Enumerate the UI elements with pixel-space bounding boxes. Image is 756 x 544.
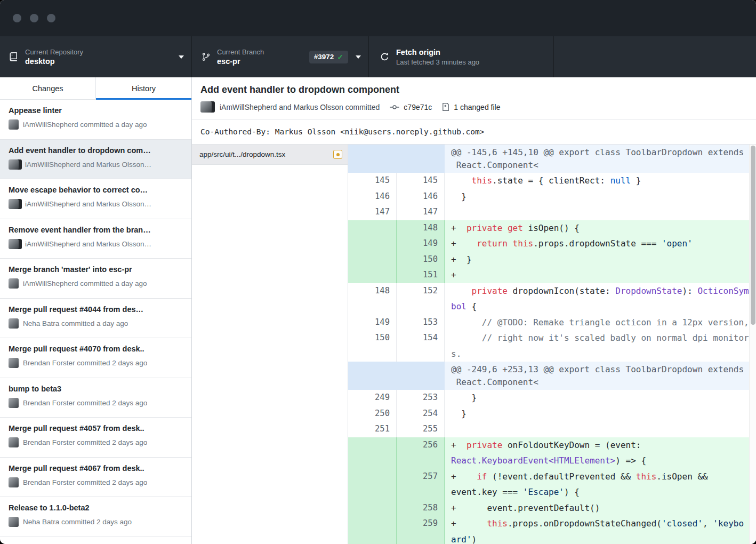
- diff-code: + private onFoldoutKeyDown = (event: Rea…: [444, 437, 756, 469]
- new-line-number: 146: [396, 189, 444, 205]
- new-line-number: 148: [396, 220, 444, 236]
- commit-item-meta: Neha Batra committed 2 days ago: [23, 518, 132, 526]
- current-branch-button[interactable]: Current Branch esc-pr #3972 ✓: [192, 36, 369, 77]
- new-line-number: 256: [396, 437, 444, 469]
- new-line-number: 153: [396, 315, 444, 331]
- old-line-number: 250: [348, 406, 396, 422]
- diff-line-row: 149+ return this.props.dropdownState ===…: [348, 236, 756, 252]
- commit-item-meta-row: Neha Batra committed a day ago: [9, 318, 184, 329]
- commit-title-heading: Add event handler to dropdown component: [200, 84, 747, 95]
- diff-line-row: 250254 }: [348, 406, 756, 422]
- old-line-number: [348, 500, 396, 516]
- new-line-number: 255: [396, 421, 444, 437]
- commit-item-title: Release to 1.1.0-beta2: [9, 502, 184, 513]
- avatar: [9, 398, 19, 408]
- commit-item-meta: Brendan Forster committed 2 days ago: [23, 359, 147, 367]
- commit-list-item[interactable]: bump to beta3Brendan Forster committed 2…: [0, 378, 191, 418]
- commit-list-item[interactable]: Release to 1.1.0-beta2Neha Batra committ…: [0, 497, 191, 537]
- close-window-button[interactable]: [13, 14, 21, 22]
- pr-number: #3972: [314, 53, 334, 61]
- commit-item-meta-row: Brendan Forster committed 2 days ago: [9, 398, 184, 408]
- main-area: Changes History Appease linteriAmWillShe…: [0, 77, 756, 544]
- avatar: [200, 101, 215, 113]
- old-line-number: 149: [348, 315, 396, 331]
- new-line-number: 152: [396, 283, 444, 315]
- avatar: [9, 239, 21, 249]
- diff-area: app/src/ui/t.../dropdown.tsx @@ -145,6 +…: [192, 145, 756, 544]
- diff-line-row: 151+: [348, 267, 756, 283]
- commit-item-meta-row: iAmWillShepherd committed a day ago: [9, 278, 184, 289]
- fetch-sublabel: Last fetched 3 minutes ago: [396, 58, 546, 67]
- diff-code: }: [444, 189, 756, 205]
- commit-description: Co-Authored-By: Markus Olsson <niik@user…: [192, 119, 756, 145]
- diff-code: }: [444, 406, 756, 422]
- scrollbar-thumb[interactable]: [751, 146, 755, 325]
- avatar: [9, 278, 19, 289]
- diff-line-row: 257+ if (!event.defaultPrevented && this…: [348, 469, 756, 500]
- old-line-number: 249: [348, 390, 396, 406]
- diff-code: this.state = { clientRect: null }: [444, 173, 756, 189]
- avatar: [9, 358, 19, 368]
- fetch-origin-button[interactable]: Fetch origin Last fetched 3 minutes ago: [369, 36, 554, 77]
- new-line-number: 147: [396, 204, 444, 220]
- commit-item-meta-row: iAmWillShepherd and Markus Olsson…: [9, 159, 184, 170]
- commit-item-meta: iAmWillShepherd and Markus Olsson…: [25, 161, 151, 169]
- maximize-window-button[interactable]: [47, 14, 55, 22]
- new-line-number: 145: [396, 173, 444, 189]
- new-line-number: [396, 145, 444, 173]
- commit-list-item[interactable]: Move escape behavior to correct co…iAmWi…: [0, 179, 191, 219]
- toolbar-spacer: [554, 36, 756, 77]
- sync-icon: [380, 52, 390, 62]
- commit-item-meta: Brendan Forster committed 2 days ago: [23, 399, 147, 407]
- avatar: [9, 477, 19, 487]
- commit-item-title: Merge pull request #4070 from desk..: [9, 343, 184, 354]
- new-line-number: 258: [396, 500, 444, 516]
- app-window: Current Repository desktop Current Branc…: [0, 0, 756, 544]
- new-line-number: [396, 362, 444, 390]
- commit-item-meta: iAmWillShepherd and Markus Olsson…: [25, 200, 151, 208]
- current-repository-button[interactable]: Current Repository desktop: [0, 36, 192, 77]
- chevron-down-icon: [179, 55, 184, 59]
- commit-item-title: Appease linter: [9, 105, 184, 116]
- commit-item-title: Merge branch 'master' into esc-pr: [9, 264, 184, 275]
- commit-item-meta-row: Brendan Forster committed 2 days ago: [9, 477, 184, 487]
- chevron-down-icon: [356, 55, 361, 59]
- commit-list-item[interactable]: Add event handler to dropdown com…iAmWil…: [0, 140, 191, 180]
- minimize-window-button[interactable]: [30, 14, 38, 22]
- titlebar: [0, 0, 756, 36]
- commit-item-meta-row: Brendan Forster committed 2 days ago: [9, 358, 184, 368]
- commit-detail-pane: Add event handler to dropdown component …: [192, 77, 756, 544]
- commit-list-item[interactable]: Merge branch 'master' into esc-priAmWill…: [0, 259, 191, 299]
- diff-code: @@ -249,6 +253,13 @@ export class Toolba…: [444, 362, 756, 390]
- commit-list-item[interactable]: Merge pull request #4067 from desk..Bren…: [0, 458, 191, 498]
- modified-status-icon: [333, 150, 342, 159]
- commit-list-item[interactable]: Merge pull request #4070 from desk..Bren…: [0, 338, 191, 378]
- file-path: app/src/ui/t.../dropdown.tsx: [199, 150, 333, 158]
- old-line-number: 146: [348, 189, 396, 205]
- diff-line-row: 251255: [348, 421, 756, 437]
- commit-list-item[interactable]: Appease linteriAmWillShepherd committed …: [0, 100, 191, 140]
- commit-item-title: Remove event handler from the bran…: [9, 225, 184, 235]
- diff-line-row: 145145 this.state = { clientRect: null }: [348, 173, 756, 189]
- tab-history[interactable]: History: [95, 77, 191, 99]
- commit-list-item[interactable]: Remove event handler from the bran…iAmWi…: [0, 219, 191, 259]
- commit-list-item[interactable]: Merge pull request #4057 from desk..Bren…: [0, 418, 191, 458]
- commit-sha: c79e71c: [404, 103, 432, 111]
- diff-code: + event.preventDefault(): [444, 500, 756, 516]
- fetch-text: Fetch origin Last fetched 3 minutes ago: [396, 47, 546, 67]
- avatar: [9, 318, 19, 329]
- old-line-number: [348, 437, 396, 469]
- tab-changes[interactable]: Changes: [0, 77, 95, 99]
- old-line-number: [348, 252, 396, 268]
- history-sidebar: Changes History Appease linteriAmWillShe…: [0, 77, 192, 544]
- old-line-number: 148: [348, 283, 396, 315]
- commit-list-item[interactable]: Merge pull request #4044 from des…Neha B…: [0, 299, 191, 339]
- new-line-number: 154: [396, 330, 444, 362]
- file-list-item[interactable]: app/src/ui/t.../dropdown.tsx: [192, 145, 348, 165]
- old-line-number: 147: [348, 204, 396, 220]
- commit-item-meta-row: Brendan Forster committed 2 days ago: [9, 437, 184, 447]
- commit-item-meta: Brendan Forster committed 2 days ago: [23, 438, 147, 446]
- diff-line-row: 146146 }: [348, 189, 756, 205]
- commit-list-item[interactable]: Merge pull request #4056 from desk..: [0, 537, 191, 544]
- changed-file-icon: [441, 102, 450, 111]
